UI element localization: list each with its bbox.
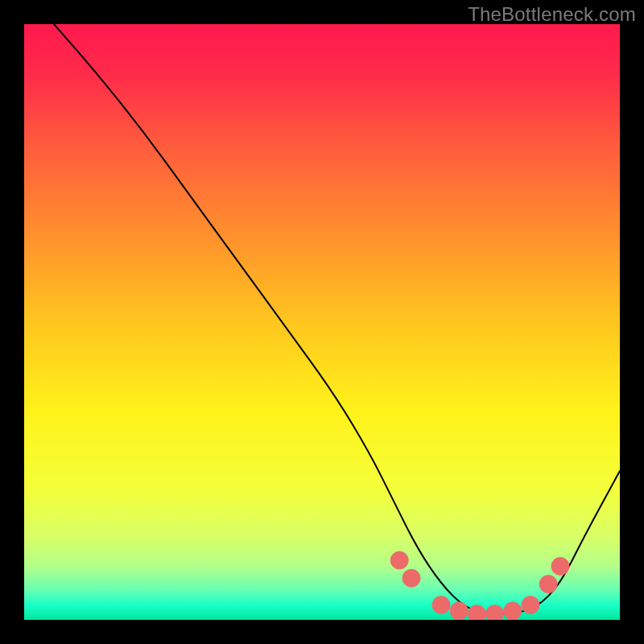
highlight-marker: [504, 602, 522, 620]
bottleneck-curve-line: [54, 24, 620, 614]
watermark-text: TheBottleneck.com: [468, 3, 636, 26]
highlight-marker: [551, 557, 569, 575]
highlight-markers-group: [390, 551, 569, 620]
highlight-marker: [486, 605, 504, 621]
chart-svg: [24, 24, 620, 620]
highlight-marker: [450, 602, 468, 620]
highlight-marker: [522, 596, 539, 613]
highlight-marker: [402, 569, 420, 587]
chart-frame: TheBottleneck.com: [0, 0, 644, 644]
highlight-marker: [468, 605, 485, 621]
highlight-marker: [432, 596, 450, 613]
plot-area: [24, 24, 620, 620]
highlight-marker: [390, 551, 408, 569]
highlight-marker: [539, 576, 557, 593]
